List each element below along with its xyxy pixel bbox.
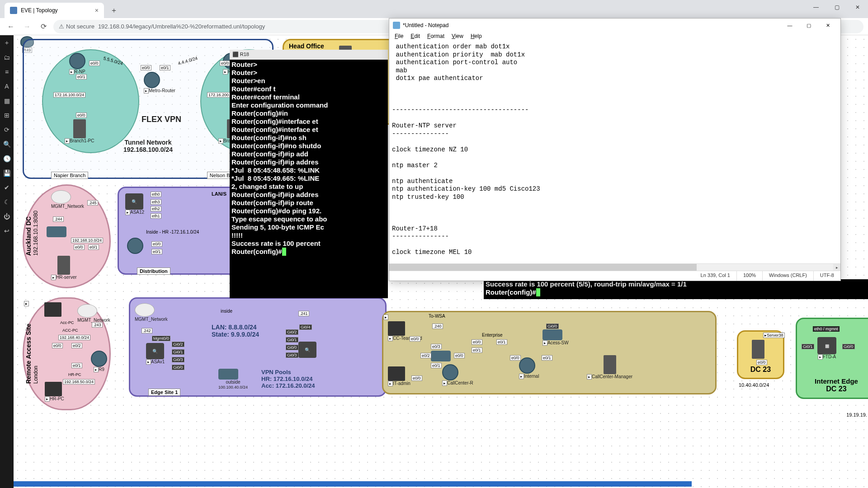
node-callcenter-r[interactable]: ▸CallCenter-R xyxy=(442,364,473,386)
node-ftd-a[interactable]: ▦▸FTD-A xyxy=(817,337,836,360)
inside-label: inside xyxy=(221,309,232,314)
clock-icon[interactable]: 🕓 xyxy=(3,155,11,163)
ip-label: .244 xyxy=(53,216,64,222)
region-distribution[interactable]: LAN/S 🔍▸ASA12 eth0 eth3 eth2 eth1 Inside… xyxy=(118,187,244,275)
region-remote-access[interactable]: Remote Access SiteLondon MGMT_Network ▸A… xyxy=(23,297,111,410)
node-server38[interactable] xyxy=(752,340,764,359)
node-metro[interactable]: ▸Metro-Router xyxy=(144,72,175,94)
pool-label: LAN: 8.8.8.0/24 State: 9.9.9.0/24 xyxy=(212,324,259,338)
node-r-np[interactable]: ▸R-NP xyxy=(69,53,85,75)
iface: e0/0 xyxy=(151,241,162,247)
add-icon[interactable]: ＋ xyxy=(3,39,11,47)
iface: e0/2 xyxy=(71,343,82,348)
font-icon[interactable]: A xyxy=(3,82,11,90)
subnet: 192.168.40.0/24 xyxy=(58,335,90,340)
iface: Gi0/4 xyxy=(299,324,312,330)
notepad-status-bar: Ln 339, Col 1 100% Windows (CRLF) UTF-8 xyxy=(389,271,840,281)
eve-sidebar: ＋ 🗂 ≡ A ▦ ⊞ ⟳ 🔍 🕓 💾 ✔ ☾ ⏻ ↩ xyxy=(0,35,14,488)
iface: e0/0 xyxy=(141,65,151,70)
minimize-button[interactable]: — xyxy=(806,0,826,14)
menu-help[interactable]: Help xyxy=(468,32,485,42)
region-label: Edge Site 1 xyxy=(148,389,180,396)
save-icon[interactable]: 💾 xyxy=(3,169,11,177)
close-button[interactable]: ✕ xyxy=(819,20,837,30)
files-icon[interactable]: 🗂 xyxy=(3,53,11,61)
region-edge-site-1[interactable]: MGMT_Network .242 Mgmt0/0 🔍▸ASAv1 Gi0/2 … xyxy=(129,297,387,397)
iface: e0/0 xyxy=(74,244,85,250)
iface: e0/1 xyxy=(160,65,170,70)
region-auckland-dc[interactable]: Auckland DC192.168.10.1:8080 MGMT_Networ… xyxy=(23,184,111,288)
check-icon[interactable]: ✔ xyxy=(3,183,11,192)
iface: Gi0/3 xyxy=(172,357,184,362)
notepad-window[interactable]: *Untitled - Notepad — ▢ ✕ File Edit Form… xyxy=(389,18,841,281)
region-dc23[interactable]: ▸Server38 e0/0 DC 23 xyxy=(737,330,784,379)
node-switch[interactable] xyxy=(127,238,143,254)
minimize-button[interactable]: — xyxy=(781,20,799,30)
iface: Mgmt0/0 xyxy=(152,336,170,341)
notepad-h-scrollbar[interactable]: ▸ xyxy=(389,263,840,271)
notepad-menu-bar: File Edit Format View Help xyxy=(389,32,840,42)
grid2-icon[interactable]: ⊞ xyxy=(3,111,11,119)
status-position: Ln 339, Col 1 xyxy=(694,271,736,281)
new-tab-button[interactable]: ＋ xyxy=(108,4,120,17)
iface: eth1 xyxy=(151,213,161,219)
status-encoding: UTF-8 xyxy=(813,271,840,281)
lab-icon[interactable]: ↩ xyxy=(3,227,11,235)
node-hr-pc[interactable]: ▸HR-PC xyxy=(45,382,64,402)
maximize-button[interactable]: ▢ xyxy=(800,20,818,30)
terminal-output-2[interactable]: Success rate is 100 percent (5/5), round… xyxy=(484,279,868,299)
moon-icon[interactable]: ☾ xyxy=(3,198,11,206)
notepad-text-area[interactable]: authentication order mab dot1x authentic… xyxy=(389,42,840,263)
menu-edit[interactable]: Edit xyxy=(408,32,423,42)
list-icon[interactable]: ≡ xyxy=(3,68,11,76)
grid-icon[interactable]: ▦ xyxy=(3,97,11,105)
notepad-title-bar[interactable]: *Untitled - Notepad — ▢ ✕ xyxy=(389,19,840,32)
iface: Gi0/2 xyxy=(172,342,184,347)
node-switch[interactable] xyxy=(431,351,451,361)
terminal-title-bar[interactable]: ⬛ R18 xyxy=(230,50,388,60)
node-cc-manager[interactable]: ▸CallCenter-Manager xyxy=(587,355,632,380)
terminal-body[interactable]: Router> Router> Router>en Router#conf t … xyxy=(230,60,388,257)
subnet: 19.19.19. xyxy=(846,412,867,418)
node-mgmt[interactable]: MGMT_Network xyxy=(77,304,110,323)
node-access-sw[interactable]: ▸Acess-SW xyxy=(542,329,569,346)
node-asav1[interactable]: 🔍▸ASAv1 xyxy=(146,343,165,365)
menu-view[interactable]: View xyxy=(449,32,466,42)
node-internal[interactable]: ▸Internal xyxy=(519,357,539,379)
node-hr-server[interactable]: ▸HR-server xyxy=(51,256,77,280)
inside-label: Inside - HR -172.16.1.0/24 xyxy=(146,230,199,235)
lan-label: LAN/S xyxy=(209,191,229,197)
close-button[interactable]: ✕ xyxy=(847,0,868,14)
ip-label: .245 xyxy=(87,200,98,206)
iface: e0/1 xyxy=(151,249,162,254)
node-outside-sw[interactable]: outside100.100.40.0/24 xyxy=(218,369,248,389)
forward-button[interactable]: → xyxy=(21,20,33,33)
iface: eth3 xyxy=(151,199,161,205)
back-button[interactable]: ← xyxy=(5,20,17,33)
zoom-icon[interactable]: 🔍 xyxy=(3,140,11,148)
reload-button[interactable]: ⟳ xyxy=(37,20,50,33)
menu-format[interactable]: Format xyxy=(425,32,447,42)
node-asa12[interactable]: 🔍▸ASA12 xyxy=(125,193,144,215)
node-asav2[interactable]: 🔍 xyxy=(298,342,316,358)
url-text: 192.168.0.94/legacy/Umbrella%20-%20refor… xyxy=(98,23,265,30)
power-icon[interactable]: ⏻ xyxy=(3,212,11,221)
region-callcenter[interactable]: To-WSA .240 ▸CC-TeamLead e0/0 e0/3 e0/2 … xyxy=(382,311,717,394)
iface: eth0 xyxy=(151,192,161,197)
node-acc-pc-top[interactable] xyxy=(44,302,61,317)
node-mgmt[interactable]: MGMT_Network xyxy=(135,303,168,322)
security-indicator[interactable]: ⚠ Not secure xyxy=(59,23,94,30)
node-it-admin[interactable]: ▸IT-admin xyxy=(388,366,410,386)
region-internet-edge[interactable]: eth0 / mgmnt ▦▸FTD-A Gi0/1 Gi0/0 Interne… xyxy=(796,318,868,399)
maximize-button[interactable]: ▢ xyxy=(826,0,847,14)
terminal-r18[interactable]: ⬛ R18 Router> Router> Router>en Router#c… xyxy=(230,50,388,298)
vpn-pools: VPN Pools HR: 172.16.10.0/24 Acc: 172.16… xyxy=(261,369,315,389)
node-branch1[interactable]: ▸Branch1-PC xyxy=(65,119,94,144)
browser-tab[interactable]: EVE | Topology × xyxy=(5,3,104,18)
node-mgmt-net[interactable]: MGMT_Network xyxy=(51,190,84,209)
refresh-icon[interactable]: ⟳ xyxy=(3,126,11,134)
close-icon[interactable]: × xyxy=(95,7,99,14)
node-switch[interactable] xyxy=(47,226,66,237)
node-r9[interactable]: ▸R9 xyxy=(91,351,107,372)
menu-file[interactable]: File xyxy=(392,32,406,42)
